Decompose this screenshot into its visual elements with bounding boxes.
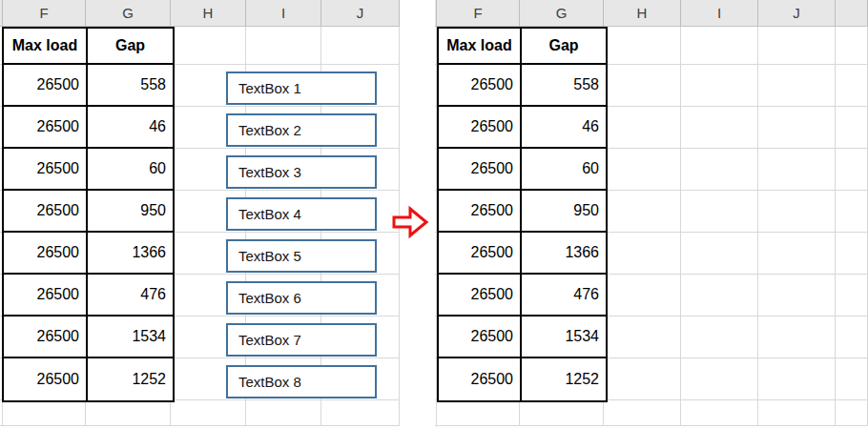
empty-cell[interactable]: [681, 65, 758, 107]
empty-cell[interactable]: [604, 107, 681, 149]
cell-max-load[interactable]: 26500: [439, 191, 522, 233]
empty-cell[interactable]: [321, 400, 400, 426]
empty-cell[interactable]: [604, 233, 681, 275]
empty-cell[interactable]: [3, 400, 86, 426]
cell-gap[interactable]: 46: [88, 107, 173, 149]
column-header-I[interactable]: I: [681, 0, 758, 26]
empty-cell[interactable]: [758, 149, 836, 191]
column-header-J[interactable]: J: [321, 0, 400, 26]
column-header-row: FGHIJ: [435, 0, 868, 27]
cell-max-load[interactable]: 26500: [4, 149, 88, 191]
empty-cell[interactable]: [758, 27, 836, 65]
empty-cell[interactable]: [681, 107, 758, 149]
empty-cell[interactable]: [681, 191, 758, 233]
cell-max-load[interactable]: 26500: [439, 358, 522, 400]
column-header-F[interactable]: F: [3, 0, 86, 26]
textbox-shape[interactable]: TextBox 7: [226, 323, 377, 357]
cell-max-load[interactable]: 26500: [4, 191, 88, 233]
cell-gap[interactable]: 1534: [522, 317, 606, 358]
column-header-G[interactable]: G: [86, 0, 171, 26]
cell-max-load[interactable]: 26500: [439, 107, 522, 149]
cell-gap[interactable]: 558: [88, 65, 173, 107]
empty-cell: [836, 233, 868, 275]
cell-gap[interactable]: 950: [522, 191, 606, 233]
cell-gap[interactable]: 476: [522, 275, 606, 317]
empty-cell: [836, 317, 868, 358]
cell-gap[interactable]: 1534: [88, 317, 173, 358]
cell-gap[interactable]: 1252: [522, 358, 606, 400]
empty-cell[interactable]: [246, 27, 321, 65]
cell-max-load[interactable]: 26500: [439, 275, 522, 317]
cell-gap[interactable]: 1252: [88, 358, 173, 400]
cell-gap[interactable]: 60: [88, 149, 173, 191]
cell-max-load[interactable]: 26500: [439, 233, 522, 275]
cell-max-load[interactable]: 26500: [4, 107, 88, 149]
column-header-G[interactable]: G: [520, 0, 604, 26]
cell-gap[interactable]: 60: [522, 149, 606, 191]
table-header-cell[interactable]: Max load: [439, 29, 522, 65]
empty-cell[interactable]: [758, 275, 836, 317]
cell-gap[interactable]: 558: [522, 65, 606, 107]
cell-gap[interactable]: 1366: [522, 233, 606, 275]
column-header-J[interactable]: J: [758, 0, 836, 26]
cell-max-load[interactable]: 26500: [439, 317, 522, 358]
cell-gap[interactable]: 476: [88, 275, 173, 317]
table-header-cell[interactable]: Gap: [88, 29, 173, 65]
empty-cell[interactable]: [520, 400, 604, 426]
textbox-shape[interactable]: TextBox 3: [226, 155, 377, 189]
textbox-shape[interactable]: TextBox 1: [226, 72, 377, 105]
cell-max-load[interactable]: 26500: [439, 65, 522, 107]
empty-cell[interactable]: [604, 149, 681, 191]
textbox-shape[interactable]: TextBox 6: [226, 281, 377, 315]
empty-cell[interactable]: [171, 27, 246, 65]
cell-gap[interactable]: 1366: [88, 233, 173, 275]
empty-cell[interactable]: [604, 191, 681, 233]
empty-cell[interactable]: [437, 400, 520, 426]
cell-max-load[interactable]: 26500: [4, 233, 88, 275]
column-header-I[interactable]: I: [246, 0, 321, 26]
column-header-H[interactable]: H: [604, 0, 681, 26]
empty-cell[interactable]: [604, 275, 681, 317]
empty-cell[interactable]: [758, 191, 836, 233]
cell-gap[interactable]: 46: [522, 107, 606, 149]
cell-max-load[interactable]: 26500: [4, 317, 88, 358]
empty-cell[interactable]: [758, 107, 836, 149]
empty-cell[interactable]: [681, 233, 758, 275]
empty-cell[interactable]: [604, 358, 681, 400]
cell-max-load[interactable]: 26500: [439, 149, 522, 191]
empty-cell[interactable]: [758, 233, 836, 275]
table-header-cell[interactable]: Gap: [522, 29, 606, 65]
textbox-shape[interactable]: TextBox 5: [226, 239, 377, 273]
empty-cell[interactable]: [171, 400, 246, 426]
empty-cell[interactable]: [681, 149, 758, 191]
column-header-F[interactable]: F: [437, 0, 520, 26]
textbox-shape[interactable]: TextBox 2: [226, 113, 377, 147]
empty-cell[interactable]: [681, 358, 758, 400]
empty-cell[interactable]: [681, 400, 758, 426]
empty-cell[interactable]: [604, 65, 681, 107]
empty-cell[interactable]: [604, 317, 681, 358]
empty-cell[interactable]: [86, 400, 171, 426]
column-header-H[interactable]: H: [171, 0, 246, 26]
empty-cell[interactable]: [604, 27, 681, 65]
cell-gap[interactable]: 950: [88, 191, 173, 233]
cell-max-load[interactable]: 26500: [4, 358, 88, 400]
empty-cell[interactable]: [758, 65, 836, 107]
empty-cell[interactable]: [246, 400, 321, 426]
textbox-shape[interactable]: TextBox 4: [226, 197, 377, 231]
empty-cell[interactable]: [321, 27, 400, 65]
empty-cell[interactable]: [604, 400, 681, 426]
cell-max-load[interactable]: 26500: [4, 275, 88, 317]
empty-cell: [836, 275, 868, 317]
empty-cell[interactable]: [758, 400, 836, 426]
empty-cell[interactable]: [681, 27, 758, 65]
cell-max-load[interactable]: 26500: [4, 65, 88, 107]
data-table: Max loadGap26500558265004626500602650095…: [2, 27, 175, 402]
textbox-shape[interactable]: TextBox 8: [226, 365, 377, 398]
empty-cell[interactable]: [758, 358, 836, 400]
empty-cell[interactable]: [681, 317, 758, 358]
empty-cell[interactable]: [758, 317, 836, 358]
table-header-cell[interactable]: Max load: [4, 29, 88, 65]
column-header-partial: [836, 0, 868, 26]
empty-cell[interactable]: [681, 275, 758, 317]
